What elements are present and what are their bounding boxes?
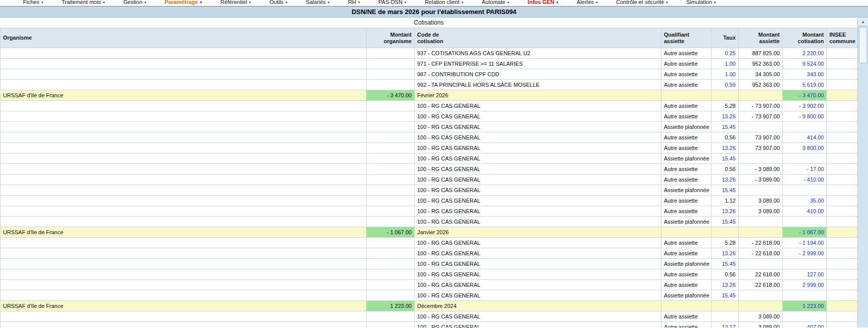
detail-row[interactable]: 100 - RG CAS GENERALAutre assiette0.5673…: [1, 132, 858, 143]
menu-item-traitement-mois[interactable]: Traitement mois▾: [62, 0, 105, 6]
menu-item-label: Référentiel: [221, 0, 247, 6]
cell-montant_cotisation: 2 220.00: [783, 48, 827, 59]
column-header-montant_organisme[interactable]: Montant organisme: [367, 28, 415, 48]
menu-item-label: Fiches: [23, 0, 39, 6]
cell-montant_cotisation: - 1 194.00: [783, 238, 827, 248]
cell-taux: [712, 301, 739, 311]
column-header-montant_assiette[interactable]: Montant assiette: [739, 28, 783, 48]
column-header-qualifiant[interactable]: Qualifiant assiette: [661, 28, 712, 48]
cell-montant_assiette: 3 089.00: [739, 196, 783, 206]
menu-item-simulation[interactable]: Simulation▾: [686, 0, 716, 6]
menu-item-label: Infos GEN: [528, 0, 554, 6]
cell-montant_cotisation: - 1 067.00: [783, 227, 827, 238]
cell-montant_assiette: 73 907.00: [739, 143, 783, 153]
group-total-row[interactable]: URSSAF d'Ile de France- 3 470.00Février …: [1, 90, 858, 101]
cell-montant_assiette: 952 363.00: [739, 80, 783, 90]
cell-taux: 0.59: [712, 80, 739, 90]
detail-row[interactable]: 971 - CFP ENTREPRISE >= 11 SALARIESAutre…: [1, 59, 858, 69]
cell-organisme: [1, 101, 367, 111]
cell-organisme: [1, 122, 367, 132]
cell-code: 100 - RG CAS GENERAL: [415, 290, 661, 301]
cell-qualifiant: Autre assiette: [661, 248, 712, 259]
cell-insee: [827, 280, 858, 290]
detail-row[interactable]: 100 - RG CAS GENERALAutre assiette5.28- …: [1, 238, 858, 248]
cell-montant_cotisation: [783, 259, 827, 269]
cell-montant_assiette: [739, 301, 783, 311]
chevron-down-icon: ▾: [596, 0, 598, 6]
menu-item-infos-gen[interactable]: Infos GEN▾: [528, 0, 558, 6]
detail-row[interactable]: 100 - RG CAS GENERALAutre assiette13.262…: [1, 280, 858, 290]
cell-taux: 15.45: [712, 217, 739, 227]
table-body: 937 - COTISATIONS AGS CAS GENERAL U2Autr…: [1, 48, 858, 328]
menu-item-referentiel[interactable]: Référentiel▾: [221, 0, 251, 6]
detail-row[interactable]: 100 - RG CAS GENERALAssiette plafonnée15…: [1, 217, 858, 227]
cell-organisme: [1, 290, 367, 301]
cell-montant_assiette: [739, 217, 783, 227]
detail-row[interactable]: 100 - RG CAS GENERALAutre assiette13.26-…: [1, 248, 858, 259]
detail-row[interactable]: 100 - RG CAS GENERALAssiette plafonnée15…: [1, 122, 858, 132]
cell-qualifiant: Autre assiette: [661, 238, 712, 248]
detail-row[interactable]: 937 - COTISATIONS AGS CAS GENERAL U2Autr…: [1, 48, 858, 59]
cell-taux: 1.00: [712, 59, 739, 69]
detail-row[interactable]: 100 - RG CAS GENERALAutre assiette1.123 …: [1, 196, 858, 206]
detail-row[interactable]: 100 - RG CAS GENERALAutre assiette13.26-…: [1, 111, 858, 122]
menu-item-controle-et-securite[interactable]: Contrôle et sécurité▾: [616, 0, 668, 6]
menu-item-gestion[interactable]: Gestion▾: [123, 0, 146, 6]
detail-row[interactable]: 100 - RG CAS GENERALAutre assiette0.56- …: [1, 164, 858, 175]
menu-item-automate[interactable]: Automate▾: [482, 0, 509, 6]
cell-insee: [827, 206, 858, 217]
column-header-taux[interactable]: Taux: [712, 28, 739, 48]
cell-insee: [827, 143, 858, 153]
column-header-organisme[interactable]: Organisme: [1, 28, 367, 48]
menu-item-parametrage[interactable]: Paramétrage▾: [164, 0, 202, 6]
scrollbar-thumb[interactable]: [859, 27, 867, 63]
detail-row[interactable]: 100 - RG CAS GENERALAssiette plafonnée15…: [1, 259, 858, 269]
menu-item-rh[interactable]: RH▾: [348, 0, 360, 6]
menu-item-salaries[interactable]: Salariés▾: [306, 0, 329, 6]
cell-taux: 0.56: [712, 132, 739, 143]
cell-code: 100 - RG CAS GENERAL: [415, 153, 661, 164]
cell-qualifiant: Autre assiette: [661, 69, 712, 80]
detail-row[interactable]: 100 - RG CAS GENERALAutre assiette13.26-…: [1, 175, 858, 185]
cell-taux: 0.56: [712, 269, 739, 280]
menu-item-label: Paramétrage: [164, 0, 198, 6]
cell-montant_cotisation: 1 223.00: [783, 301, 827, 311]
detail-row[interactable]: 100 - RG CAS GENERALAssiette plafonnée15…: [1, 185, 858, 196]
cell-organisme: URSSAF d'Ile de France: [1, 301, 367, 311]
detail-row[interactable]: 100 - RG CAS GENERALAutre assiette13.263…: [1, 206, 858, 217]
cell-organisme: [1, 175, 367, 185]
detail-row[interactable]: 987 - CONTRIBUTION CPF CDDAutre assiette…: [1, 69, 858, 80]
menu-item-relation-client[interactable]: Relation client▾: [425, 0, 463, 6]
cell-code: 100 - RG CAS GENERAL: [415, 248, 661, 259]
column-header-code[interactable]: Code de cotisation: [415, 28, 661, 48]
menu-item-pas-dsn[interactable]: PAS-DSN▾: [379, 0, 407, 6]
detail-row[interactable]: 100 - RG CAS GENERALAutre assiette0.5622…: [1, 269, 858, 280]
column-header-montant_cotisation[interactable]: Montant cotisation: [783, 28, 827, 48]
detail-row[interactable]: 992 - TA PRINCIPALE HORS ALSACE MOSELLEA…: [1, 80, 858, 90]
scroll-up-icon[interactable]: ▲: [858, 18, 868, 26]
cell-insee: [827, 185, 858, 196]
cell-qualifiant: Assiette plafonnée: [661, 290, 712, 301]
cell-taux: 1.00: [712, 69, 739, 80]
chevron-down-icon: ▾: [285, 0, 287, 6]
detail-row[interactable]: 100 - RG CAS GENERALAutre assiette13.267…: [1, 143, 858, 153]
menu-item-label: Alertes: [577, 0, 594, 6]
menu-item-fiches[interactable]: Fiches▾: [23, 0, 43, 6]
chevron-down-icon: ▾: [405, 0, 407, 6]
group-total-row[interactable]: URSSAF d'Ile de France- 1 067.00Janvier …: [1, 227, 858, 238]
vertical-scrollbar[interactable]: ▲: [857, 18, 868, 327]
column-header-insee[interactable]: INSEE commune: [827, 28, 858, 48]
cell-montant_organisme: [367, 311, 415, 322]
detail-row[interactable]: 100 - RG CAS GENERALAssiette plafonnée15…: [1, 290, 858, 301]
menu-item-outils[interactable]: Outils▾: [269, 0, 287, 6]
detail-row[interactable]: 100 - RG CAS GENERALAutre assiette3 089.…: [1, 311, 858, 322]
detail-row[interactable]: 100 - RG CAS GENERALAutre assiette5.28- …: [1, 101, 858, 111]
cell-montant_cotisation: - 3 902.00: [783, 101, 827, 111]
detail-row[interactable]: 100 - RG CAS GENERALAutre assiette13.173…: [1, 322, 858, 328]
cell-montant_organisme: [367, 322, 415, 328]
cell-montant_organisme: [367, 280, 415, 290]
group-total-row[interactable]: URSSAF d'Ile de France1 223.00Décembre 2…: [1, 301, 858, 311]
menu-item-alertes[interactable]: Alertes▾: [577, 0, 598, 6]
cell-taux: 13.26: [712, 248, 739, 259]
detail-row[interactable]: 100 - RG CAS GENERALAssiette plafonnée15…: [1, 153, 858, 164]
